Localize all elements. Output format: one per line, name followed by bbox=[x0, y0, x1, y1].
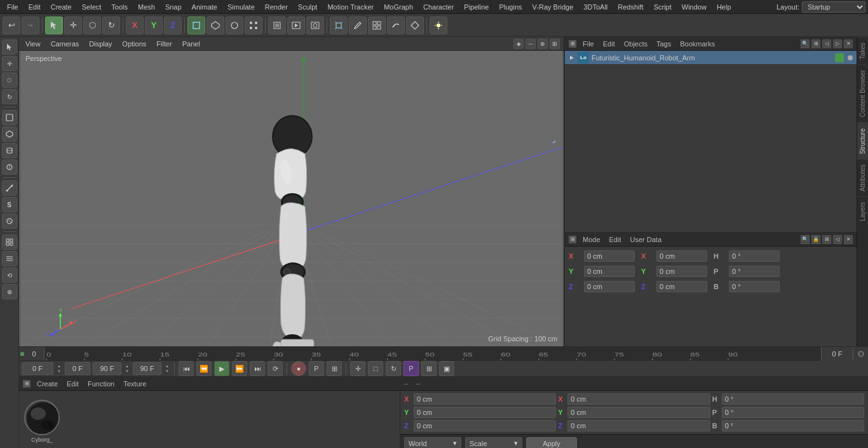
om-file-menu[interactable]: File bbox=[580, 39, 597, 48]
render-to-picture-button[interactable] bbox=[306, 17, 324, 34]
mat-create-menu[interactable]: Create bbox=[34, 379, 60, 388]
cube-button[interactable] bbox=[330, 17, 348, 34]
auto-key-button[interactable]: P bbox=[309, 361, 324, 376]
left-btn-cycle[interactable]: ⟲ bbox=[2, 268, 17, 283]
current-frame-input[interactable]: 0 F bbox=[22, 362, 53, 375]
poly-mode-button[interactable] bbox=[207, 17, 224, 34]
vp-btn-2[interactable]: ↔ bbox=[526, 39, 536, 49]
scale-button[interactable]: ⬡ bbox=[83, 17, 101, 34]
viewport-canvas[interactable]: Perspective Grid Spacing : 100 cm X bbox=[19, 51, 564, 346]
display-menu[interactable]: Display bbox=[86, 39, 114, 49]
deformer-button[interactable] bbox=[387, 17, 405, 34]
panel-menu[interactable]: Panel bbox=[180, 39, 203, 49]
attr-btn3[interactable]: ⊞ bbox=[822, 235, 831, 244]
om-tags-menu[interactable]: Tags bbox=[654, 39, 674, 48]
menu-pipeline[interactable]: Pipeline bbox=[459, 2, 493, 12]
left-btn-8[interactable] bbox=[2, 160, 17, 175]
tab-attributes[interactable]: Attributes bbox=[857, 159, 868, 196]
left-btn-7[interactable] bbox=[2, 143, 17, 158]
render-view-button[interactable] bbox=[287, 17, 305, 34]
select-button[interactable] bbox=[45, 17, 63, 34]
mat-function-menu[interactable]: Function bbox=[85, 379, 117, 388]
coord-z-pos-input[interactable]: 0 cm bbox=[414, 420, 556, 431]
attr-b-field[interactable]: 0 ° bbox=[729, 281, 780, 292]
obj-expand-icon[interactable]: ▶ bbox=[569, 55, 575, 61]
menu-help[interactable]: Help bbox=[712, 2, 736, 12]
mat-edit-menu[interactable]: Edit bbox=[64, 379, 81, 388]
mat-texture-menu[interactable]: Texture bbox=[121, 379, 149, 388]
axis-y-button[interactable]: Y bbox=[145, 17, 163, 34]
object-mode-button[interactable] bbox=[187, 17, 205, 34]
menu-select[interactable]: Select bbox=[78, 2, 106, 12]
move-button[interactable]: ✛ bbox=[64, 17, 82, 34]
record-button[interactable]: ● bbox=[291, 361, 306, 376]
t-btn-2[interactable]: □ bbox=[368, 361, 383, 376]
menu-tools[interactable]: Tools bbox=[107, 2, 132, 12]
left-select-btn[interactable] bbox=[2, 39, 17, 55]
menu-create[interactable]: Create bbox=[46, 2, 76, 12]
attr-userdata-menu[interactable]: User Data bbox=[628, 235, 665, 244]
menu-vray[interactable]: V-Ray Bridge bbox=[528, 2, 578, 12]
redo-button[interactable]: ↪ bbox=[22, 17, 39, 34]
play-button[interactable]: ▶ bbox=[214, 361, 229, 376]
coord-p-rot-input[interactable]: 0 ° bbox=[722, 407, 864, 418]
cameras-menu[interactable]: Cameras bbox=[48, 39, 82, 49]
timeline-ruler[interactable]: 0 5 10 15 20 25 30 35 bbox=[44, 347, 821, 360]
menu-edit[interactable]: Edit bbox=[24, 2, 45, 12]
left-btn-s[interactable]: S bbox=[2, 197, 17, 212]
edge-mode-button[interactable] bbox=[226, 17, 243, 34]
tab-takes[interactable]: Takes bbox=[857, 37, 868, 64]
axis-z-button[interactable]: Z bbox=[164, 17, 182, 34]
t-btn-6[interactable]: ▣ bbox=[439, 361, 454, 376]
more-button[interactable]: ⊞ bbox=[327, 361, 342, 376]
coord-h-rot-input[interactable]: 0 ° bbox=[722, 393, 864, 405]
spline-button[interactable] bbox=[406, 17, 424, 34]
left-btn-dots[interactable] bbox=[2, 251, 17, 266]
menu-simulate[interactable]: Simulate bbox=[223, 2, 259, 12]
menu-snap[interactable]: Snap bbox=[161, 2, 186, 12]
vp-btn-3[interactable]: ⊕ bbox=[538, 39, 548, 49]
t-btn-5[interactable]: ⊞ bbox=[421, 361, 437, 376]
om-bookmarks-menu[interactable]: Bookmarks bbox=[677, 39, 717, 48]
t-btn-3[interactable]: ↻ bbox=[386, 361, 401, 376]
frame-end2-up[interactable]: ▲ bbox=[164, 363, 170, 369]
attr-p-field[interactable]: 0 ° bbox=[729, 266, 780, 277]
menu-render[interactable]: Render bbox=[261, 2, 292, 12]
om-btn2[interactable]: ⊞ bbox=[811, 39, 820, 48]
attr-lock-icon[interactable]: 🔒 bbox=[811, 235, 820, 244]
step-back-button[interactable]: ⏪ bbox=[196, 361, 212, 376]
t-btn-4[interactable]: P bbox=[403, 361, 419, 376]
attr-y-field[interactable]: 0 cm bbox=[584, 266, 635, 277]
left-btn-circle[interactable] bbox=[2, 214, 17, 229]
axis-x-button[interactable]: X bbox=[126, 17, 144, 34]
array-button[interactable] bbox=[368, 17, 386, 34]
loop-button[interactable]: ⟳ bbox=[268, 361, 283, 376]
frame-end-up[interactable]: ▲ bbox=[124, 363, 130, 369]
scale-dropdown[interactable]: Scale ▾ bbox=[465, 437, 522, 449]
frame-start-input[interactable]: 0 F bbox=[65, 362, 90, 375]
coord-y-pos-input[interactable]: 0 cm bbox=[414, 407, 556, 418]
attr-z-field[interactable]: 0 cm bbox=[584, 281, 635, 292]
frame-up-arrow[interactable]: ▲ bbox=[56, 363, 62, 369]
menu-3dtoall[interactable]: 3DToAll bbox=[579, 2, 612, 12]
menu-mesh[interactable]: Mesh bbox=[133, 2, 159, 12]
left-btn-5[interactable] bbox=[2, 110, 17, 125]
frame-down-arrow[interactable]: ▼ bbox=[56, 369, 62, 374]
view-menu[interactable]: View bbox=[23, 39, 43, 49]
step-forward-button[interactable]: ⏩ bbox=[232, 361, 247, 376]
viewport[interactable]: View Cameras Display Options Filter Pane… bbox=[19, 37, 564, 346]
attr-y2-field[interactable]: 0 cm bbox=[656, 266, 707, 277]
object-row-robot[interactable]: ▶ Lo Futuristic_Humanoid_Robot_Arm bbox=[565, 51, 857, 65]
tab-layers[interactable]: Layers bbox=[857, 196, 868, 226]
menu-file[interactable]: File bbox=[3, 2, 23, 12]
attr-btn4[interactable]: ◁ bbox=[833, 235, 842, 244]
go-end-button[interactable]: ⏭ bbox=[250, 361, 265, 376]
menu-window[interactable]: Window bbox=[677, 2, 711, 12]
left-rotate-btn[interactable]: ↻ bbox=[2, 89, 17, 104]
attr-mode-menu[interactable]: Mode bbox=[580, 235, 603, 244]
mat-item-cyborg[interactable]: Cyborg_ bbox=[23, 400, 61, 443]
frame-end-right-input[interactable]: 90 F bbox=[133, 362, 161, 375]
go-start-button[interactable]: ⏮ bbox=[179, 361, 194, 376]
om-search-icon[interactable]: 🔍 bbox=[801, 39, 810, 48]
point-mode-button[interactable] bbox=[245, 17, 262, 34]
